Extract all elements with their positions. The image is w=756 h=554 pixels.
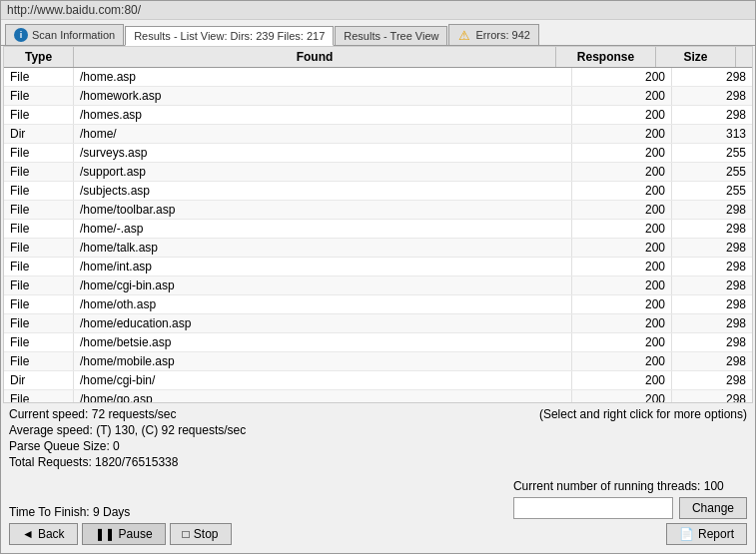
table-cell: File xyxy=(4,277,74,294)
table-row[interactable]: File/home/education.asp200298 xyxy=(4,314,752,333)
table-cell: /subjects.asp xyxy=(74,182,572,200)
status-row-2: Average speed: (T) 130, (C) 92 requests/… xyxy=(9,423,747,437)
table-cell: 200 xyxy=(572,295,672,313)
table-row[interactable]: File/homework.asp200298 xyxy=(4,87,752,106)
table-row[interactable]: File/home/mobile.asp200298 xyxy=(4,352,752,371)
table-cell: /home/cgi-bin.asp xyxy=(74,277,572,294)
table-cell: File xyxy=(4,314,74,332)
table-row[interactable]: File/home/betsie.asp200298 xyxy=(4,333,752,352)
table-row[interactable]: File/home/talk.asp200298 xyxy=(4,239,752,258)
table-cell: File xyxy=(4,144,74,162)
status-row-4: Total Requests: 1820/76515338 xyxy=(9,455,747,469)
change-button[interactable]: Change xyxy=(679,497,747,519)
table-cell: 200 xyxy=(572,163,672,181)
table-cell: 200 xyxy=(572,314,672,332)
table-row[interactable]: File/home/oth.asp200298 xyxy=(4,295,752,314)
tab-list-view[interactable]: Results - List View: Dirs: 239 Files: 21… xyxy=(125,26,334,46)
table-cell: 200 xyxy=(572,390,672,402)
col-header-response: Response xyxy=(556,47,656,67)
bottom-left: Time To Finish: 9 Days ◄ Back ❚❚ Pause □… xyxy=(9,505,232,545)
table-cell: /home/talk.asp xyxy=(74,239,572,257)
table-row[interactable]: File/home.asp200298 xyxy=(4,68,752,87)
table-cell: 200 xyxy=(572,220,672,238)
tab-tree-view[interactable]: Results - Tree View xyxy=(335,26,447,45)
table-row[interactable]: File/home/cgi-bin.asp200298 xyxy=(4,277,752,295)
report-button[interactable]: 📄 Report xyxy=(666,523,747,545)
table-cell: 298 xyxy=(672,390,752,402)
table-cell: /home/-.asp xyxy=(74,220,572,238)
table-cell: /home/cgi-bin/ xyxy=(74,371,572,389)
table-cell: /support.asp xyxy=(74,163,572,181)
table-row[interactable]: File/home/toolbar.asp200298 xyxy=(4,201,752,220)
parse-queue: Parse Queue Size: 0 xyxy=(9,439,120,453)
table-cell: /home/mobile.asp xyxy=(74,352,572,370)
status-row-1: Current speed: 72 requests/sec (Select a… xyxy=(9,407,747,421)
time-to-finish: Time To Finish: 9 Days xyxy=(9,505,232,519)
warning-icon: ⚠ xyxy=(457,28,471,42)
table-row[interactable]: File/home/-.asp200298 xyxy=(4,220,752,239)
table-cell: 298 xyxy=(672,277,752,294)
table-cell: File xyxy=(4,258,74,276)
window-title: http://www.baidu.com:80/ xyxy=(7,3,141,17)
table-cell: 200 xyxy=(572,87,672,105)
back-button[interactable]: ◄ Back xyxy=(9,523,78,545)
table-cell: 200 xyxy=(572,352,672,370)
table-cell: /homes.asp xyxy=(74,106,572,124)
status-row-3: Parse Queue Size: 0 xyxy=(9,439,747,453)
table-cell: 255 xyxy=(672,163,752,181)
table-cell: /home/toolbar.asp xyxy=(74,201,572,219)
table-cell: 200 xyxy=(572,333,672,351)
pause-icon: ❚❚ xyxy=(95,527,115,541)
report-icon: 📄 xyxy=(679,527,694,541)
table-cell: 298 xyxy=(672,87,752,105)
tab-scan-info[interactable]: i Scan Information xyxy=(5,24,124,45)
table-cell: 200 xyxy=(572,258,672,276)
tab-scan-info-label: Scan Information xyxy=(32,29,115,41)
bottom-panel: Time To Finish: 9 Days ◄ Back ❚❚ Pause □… xyxy=(1,475,755,553)
stop-button[interactable]: □ Stop xyxy=(170,523,232,545)
tab-errors-label: Errors: 942 xyxy=(475,29,529,41)
table-cell: Dir xyxy=(4,125,74,143)
select-hint: (Select and right click for more options… xyxy=(539,407,747,421)
table-cell: File xyxy=(4,295,74,313)
table-row[interactable]: Dir/home/cgi-bin/200298 xyxy=(4,371,752,390)
table-row[interactable]: File/surveys.asp200255 xyxy=(4,144,752,163)
table-cell: /home/education.asp xyxy=(74,314,572,332)
table-cell: 200 xyxy=(572,106,672,124)
table-row[interactable]: File/support.asp200255 xyxy=(4,163,752,182)
table-cell: 200 xyxy=(572,182,672,200)
table-cell: /home/ xyxy=(74,125,572,143)
info-icon: i xyxy=(14,28,28,42)
table-row[interactable]: File/home/int.asp200298 xyxy=(4,258,752,277)
table-row[interactable]: Dir/home/200313 xyxy=(4,125,752,144)
table-cell: File xyxy=(4,352,74,370)
table-row[interactable]: File/subjects.asp200255 xyxy=(4,182,752,201)
status-area: Current speed: 72 requests/sec (Select a… xyxy=(1,403,755,475)
thread-input[interactable] xyxy=(513,497,673,519)
table-row[interactable]: File/homes.asp200298 xyxy=(4,106,752,125)
table-cell: 200 xyxy=(572,371,672,389)
pause-button[interactable]: ❚❚ Pause xyxy=(82,523,166,545)
table-cell: 298 xyxy=(672,333,752,351)
table-cell: 298 xyxy=(672,201,752,219)
table-cell: File xyxy=(4,390,74,402)
tab-errors[interactable]: ⚠ Errors: 942 xyxy=(448,24,538,45)
col-header-size: Size xyxy=(656,47,736,67)
table-cell: File xyxy=(4,201,74,219)
scrollbar-header-placeholder xyxy=(736,47,752,67)
table-cell: File xyxy=(4,239,74,257)
table-cell: Dir xyxy=(4,371,74,389)
table-cell: File xyxy=(4,220,74,238)
table-row[interactable]: File/home/go.asp200298 xyxy=(4,390,752,402)
col-header-type: Type xyxy=(4,47,74,67)
table-body[interactable]: File/home.asp200298File/homework.asp2002… xyxy=(4,68,752,402)
tab-bar: i Scan Information Results - List View: … xyxy=(1,20,755,46)
table-cell: File xyxy=(4,163,74,181)
table-cell: /home/int.asp xyxy=(74,258,572,276)
table-cell: 200 xyxy=(572,68,672,86)
table-cell: 200 xyxy=(572,239,672,257)
threads-label: Current number of running threads: 100 xyxy=(513,479,724,493)
table-cell: /home/oth.asp xyxy=(74,295,572,313)
results-table: Type Found Response Size File/home.asp20… xyxy=(3,46,753,403)
thread-row: Change xyxy=(513,497,747,519)
